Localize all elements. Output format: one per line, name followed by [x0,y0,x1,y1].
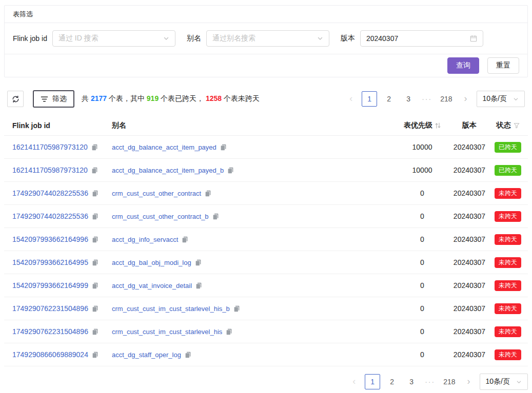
filter-funnel-icon[interactable] [514,122,520,129]
prev-page-button[interactable]: ‹ [344,91,358,107]
job-id-link[interactable]: 1749290744028225536 [12,189,88,197]
alias-select[interactable]: 通过别名搜索 [206,30,329,47]
summary-total-count: 2177 [91,94,107,102]
version-field: 版本 [341,30,483,47]
flink-job-id-field: Flink job id 通过 ID 搜索 [13,30,175,47]
bottom-pagination: ‹ 1 2 3 ··· 218 › 10条/页 [347,374,528,390]
search-button[interactable]: 查询 [447,57,479,74]
priority-cell: 0 [393,212,451,220]
alias-link[interactable]: acct_dg_info_servacct [112,236,178,243]
col-status-label: 状态 [497,121,511,130]
version-label: 版本 [341,34,355,43]
page-item-2[interactable]: 2 [384,374,400,389]
status-cell: 未跨天 [488,349,528,360]
copy-icon[interactable] [91,144,98,151]
job-id-cell: 1749290762231504896 [4,327,105,336]
page-size-label: 10条/页 [483,94,507,104]
col-priority-label: 表优先级 [404,121,432,130]
job-id-cell: 1749290866069889024 [4,350,105,359]
version-date-input[interactable] [360,30,483,47]
alias-cell: acct_dg_bal_obj_modi_log [105,259,393,266]
priority-cell: 10000 [393,166,451,174]
copy-icon[interactable] [227,167,234,174]
version-input[interactable] [366,34,470,43]
col-version: 版本 [451,121,488,130]
alias-link[interactable]: crm_cust_cust_im_cust_starlevel_his_b [112,305,230,313]
page-item-last[interactable]: 218 [438,91,455,107]
alias-link[interactable]: acct_dg_bal_obj_modi_log [112,259,191,266]
refresh-icon [12,95,19,103]
copy-icon[interactable] [91,167,98,174]
page-item-1[interactable]: 1 [362,91,377,107]
copy-icon[interactable] [220,144,227,151]
priority-cell: 0 [393,258,451,266]
page-ellipsis[interactable]: ··· [420,95,434,103]
job-id-link[interactable]: 1749290744028225536 [12,212,88,220]
copy-icon[interactable] [185,351,191,358]
copy-icon[interactable] [92,328,98,335]
copy-icon[interactable] [92,190,98,197]
flink-job-id-select[interactable]: 通过 ID 搜索 [52,30,175,47]
flink-job-id-placeholder: 通过 ID 搜索 [58,34,98,43]
job-id-link[interactable]: 1621411705987973120 [12,166,88,174]
copy-icon[interactable] [92,259,98,266]
status-cell: 未跨天 [488,234,528,245]
prev-page-button[interactable]: ‹ [347,374,361,390]
copy-icon[interactable] [212,213,219,220]
copy-icon[interactable] [226,328,232,335]
reset-button[interactable]: 重置 [487,57,519,74]
alias-cell: acct_dg_staff_oper_log [105,351,393,359]
alias-link[interactable]: acct_dg_balance_acct_item_payed [112,143,216,151]
copy-icon[interactable] [195,282,202,289]
filter-card: 表筛选 Flink job id 通过 ID 搜索 别名 通过别名搜索 [4,5,528,77]
copy-icon[interactable] [92,282,98,289]
page-size-select[interactable]: 10条/页 [477,91,525,107]
copy-icon[interactable] [92,305,98,312]
alias-cell: acct_dg_vat_invoice_detail [105,282,393,289]
refresh-button[interactable] [7,91,24,107]
job-id-link[interactable]: 1621411705987973120 [12,143,88,151]
page-size-select[interactable]: 10条/页 [480,374,528,390]
page-ellipsis[interactable]: ··· [423,378,437,386]
alias-link[interactable]: crm_cust_cust_other_contract [112,190,201,197]
version-cell: 20240307 [451,350,488,359]
next-page-button[interactable]: › [462,374,476,390]
table-row: 1749290744028225536 crm_cust_cust_other_… [4,182,528,205]
next-page-button[interactable]: › [459,91,472,107]
job-id-cell: 1749290744028225536 [4,189,105,197]
page-item-last[interactable]: 218 [441,374,458,389]
page-item-3[interactable]: 3 [404,374,419,389]
copy-icon[interactable] [92,213,98,220]
table-row: 1749290762231504896 crm_cust_cust_im_cus… [4,297,528,320]
copy-icon[interactable] [92,236,98,243]
top-pagination: ‹ 1 2 3 ··· 218 › 10条/页 [344,91,525,107]
page: 表筛选 Flink job id 通过 ID 搜索 别名 通过别名搜索 [0,0,532,390]
job-id-link[interactable]: 1542097993662164999 [12,281,88,289]
page-item-1[interactable]: 1 [365,374,380,389]
copy-icon[interactable] [205,190,211,197]
alias-cell: acct_dg_info_servacct [105,236,393,243]
alias-link[interactable]: acct_dg_staff_oper_log [112,351,181,359]
job-id-link[interactable]: 1749290762231504896 [12,327,88,336]
status-badge: 已跨天 [495,142,521,153]
alias-link[interactable]: crm_cust_cust_im_cust_starlevel_his [112,328,222,336]
status-badge: 未跨天 [495,303,521,314]
filter-form: Flink job id 通过 ID 搜索 别名 通过别名搜索 [5,23,527,54]
job-id-link[interactable]: 1542097993662164995 [12,258,88,266]
copy-icon[interactable] [92,351,98,358]
alias-link[interactable]: acct_dg_balance_acct_item_payed_b [112,167,224,174]
filter-toggle-button[interactable]: 筛选 [33,90,74,108]
alias-link[interactable]: acct_dg_vat_invoice_detail [112,282,192,289]
copy-icon[interactable] [182,236,188,243]
copy-icon[interactable] [195,259,202,266]
alias-link[interactable]: crm_cust_cust_other_contract_b [112,213,209,220]
job-id-link[interactable]: 1749290866069889024 [12,350,88,359]
job-id-link[interactable]: 1749290762231504896 [12,304,88,313]
sort-icon[interactable] [435,122,441,129]
copy-icon[interactable] [233,305,240,312]
status-badge: 未跨天 [495,257,521,268]
page-item-3[interactable]: 3 [401,91,416,107]
job-id-link[interactable]: 1542097993662164996 [12,235,88,243]
table-summary: 共 2177 个表，其中 919 个表已跨天， 1258 个表未跨天 [82,94,260,104]
page-item-2[interactable]: 2 [381,91,397,107]
